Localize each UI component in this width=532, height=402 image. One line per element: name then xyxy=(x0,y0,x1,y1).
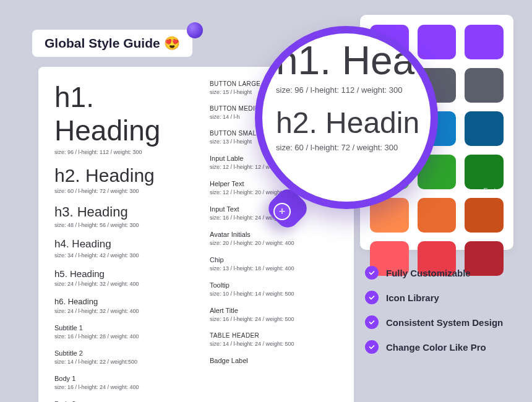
typography-item-spec: size: 14 / l-height: 24 / weight: 500 xyxy=(210,341,338,347)
typography-item: Alert Titlesize: 16 / l-height: 24 / wei… xyxy=(210,307,338,322)
check-icon xyxy=(365,340,379,354)
typography-item: Tooltipsize: 10 / l-height: 14 / weight:… xyxy=(210,281,338,297)
feature-label: Fully Customizable xyxy=(386,268,471,278)
check-icon xyxy=(365,315,379,329)
typography-item: Badge Label xyxy=(210,357,338,364)
typography-item-name: h6. Heading xyxy=(54,297,182,306)
zoom-h2-sample: h2. Headin xyxy=(276,108,431,138)
typography-item-spec: size: 24 / l-height: 32 / weight: 400 xyxy=(54,308,182,314)
typography-item: Body 1size: 16 / l-height: 24 / weight: … xyxy=(54,375,182,390)
page-title-pill: Global Style Guide 😍 xyxy=(32,30,192,57)
typography-item-name: Avatar Initials xyxy=(210,231,338,238)
typography-item-name: Subtitle 2 xyxy=(54,349,182,357)
feature-item: Change Color Like Pro xyxy=(365,340,508,354)
typography-item-name: h4. Heading xyxy=(54,238,182,250)
typography-item-spec: size: 16 / l-height: 24 / weight: 500 xyxy=(210,316,338,322)
typography-item-spec: size: 16 / l-height: 24 / weight: 400 xyxy=(54,384,182,390)
feature-label: Icon Library xyxy=(386,293,439,303)
typography-item: h6. Headingsize: 24 / l-height: 32 / wei… xyxy=(54,297,182,314)
zoom-h1-spec: size: 96 / l-height: 112 / weight: 300 xyxy=(276,85,431,95)
typography-item-spec: size: 16 / l-height: 28 / weight: 400 xyxy=(54,333,182,340)
zoom-plus-icon: + xyxy=(273,203,291,220)
typography-item-name: Chip xyxy=(210,256,338,263)
typography-item-name: TABLE HEADER xyxy=(210,332,338,339)
typography-column-left: h1. Headingsize: 96 / l-height: 112 / we… xyxy=(54,80,182,402)
typography-item: h2. Headingsize: 60 / l-height: 72 / wei… xyxy=(54,165,182,194)
typography-item-spec: size: 24 / l-height: 32 / weight: 400 xyxy=(54,281,182,287)
typography-item-spec: size: 60 / l-height: 72 / weight: 300 xyxy=(54,188,182,194)
color-swatch[interactable] xyxy=(465,25,504,59)
typography-item: Subtitle 2size: 14 / l-height: 22 / weig… xyxy=(54,349,182,365)
zoom-h1-sample: h1. Hea xyxy=(276,41,431,80)
feature-label: Change Color Like Pro xyxy=(386,342,486,353)
zoom-lens: h1. Hea size: 96 / l-height: 112 / weigh… xyxy=(255,26,438,221)
typography-item-spec: size: 48 / l-height: 56 / weight: 300 xyxy=(54,222,182,228)
feature-item: Consistent System Design xyxy=(365,315,508,329)
typography-item-spec: size: 13 / l-height: 18 / weight: 400 xyxy=(210,265,338,272)
typography-item: h3. Headingsize: 48 / l-height: 56 / wei… xyxy=(54,204,182,228)
color-swatch[interactable] xyxy=(465,155,504,189)
feature-item: Icon Library xyxy=(365,291,508,304)
typography-item-spec: size: 20 / l-height: 20 / weight: 400 xyxy=(210,240,338,246)
typography-item: h5. Headingsize: 24 / l-height: 32 / wei… xyxy=(54,268,182,287)
zoom-h2-spec: size: 60 / l-height: 72 / weight: 300 xyxy=(276,143,431,152)
zoom-ring: h1. Hea size: 96 / l-height: 112 / weigh… xyxy=(255,26,438,209)
typography-item-name: Subtitle 1 xyxy=(54,324,182,331)
typography-item-name: h1. Heading xyxy=(54,80,182,147)
feature-label: Consistent System Design xyxy=(386,317,503,328)
typography-item-name: Body 1 xyxy=(54,375,182,382)
typography-item-name: h5. Heading xyxy=(54,268,182,279)
typography-item-spec: size: 34 / l-height: 42 / weight: 300 xyxy=(54,252,182,259)
typography-item-name: h2. Heading xyxy=(54,165,182,186)
typography-item-spec: size: 96 / l-height: 112 / weight: 300 xyxy=(54,149,182,155)
typography-item: Subtitle 1size: 16 / l-height: 28 / weig… xyxy=(54,324,182,340)
typography-item-name: Alert Title xyxy=(210,307,338,314)
check-icon xyxy=(365,291,379,304)
feature-item: Fully Customizable xyxy=(365,266,508,280)
typography-item: Chipsize: 13 / l-height: 18 / weight: 40… xyxy=(210,256,338,272)
typography-item-name: h3. Heading xyxy=(54,204,182,220)
typography-item: h1. Headingsize: 96 / l-height: 112 / we… xyxy=(54,80,182,155)
typography-item: Avatar Initialssize: 20 / l-height: 20 /… xyxy=(210,231,338,246)
color-swatch[interactable] xyxy=(465,68,504,103)
typography-item-spec: size: 10 / l-height: 14 / weight: 500 xyxy=(210,291,338,297)
typography-item-spec: size: 14 / l-height: 22 / weight:500 xyxy=(54,359,182,365)
typography-item-name: Tooltip xyxy=(210,281,338,289)
check-icon xyxy=(365,266,379,280)
typography-item: TABLE HEADERsize: 14 / l-height: 24 / we… xyxy=(210,332,338,347)
color-swatch[interactable] xyxy=(465,111,504,146)
color-swatch[interactable] xyxy=(465,198,504,233)
feature-list: Fully CustomizableIcon LibraryConsistent… xyxy=(365,266,508,365)
decorative-purple-sphere xyxy=(187,22,203,38)
typography-item: h4. Headingsize: 34 / l-height: 42 / wei… xyxy=(54,238,182,259)
typography-item-name: Badge Label xyxy=(210,357,338,364)
